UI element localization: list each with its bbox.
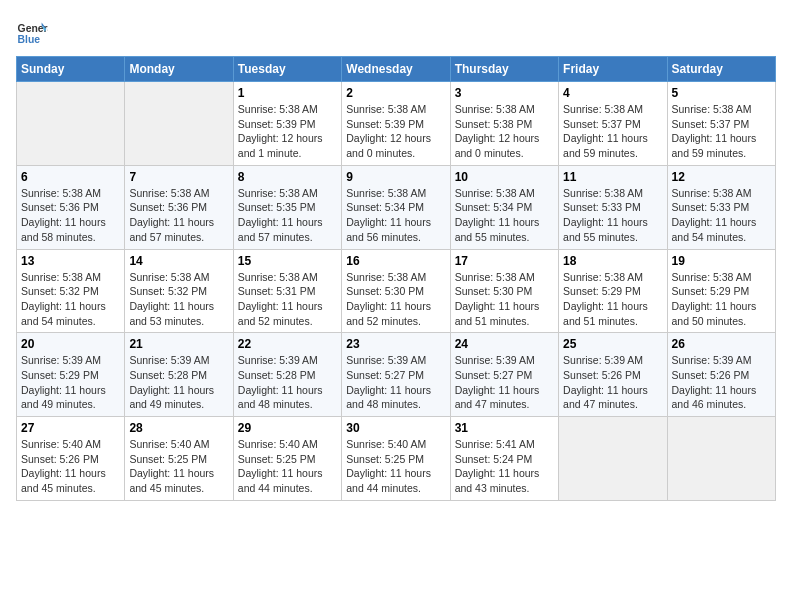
calendar-cell: 28Sunrise: 5:40 AMSunset: 5:25 PMDayligh… — [125, 417, 233, 501]
calendar-table: SundayMondayTuesdayWednesdayThursdayFrid… — [16, 56, 776, 501]
day-detail: Sunrise: 5:38 AMSunset: 5:30 PMDaylight:… — [346, 270, 445, 329]
weekday-header-row: SundayMondayTuesdayWednesdayThursdayFrid… — [17, 57, 776, 82]
weekday-header-saturday: Saturday — [667, 57, 775, 82]
day-number: 8 — [238, 170, 337, 184]
day-detail: Sunrise: 5:38 AMSunset: 5:37 PMDaylight:… — [672, 102, 771, 161]
day-number: 3 — [455, 86, 554, 100]
calendar-cell: 7Sunrise: 5:38 AMSunset: 5:36 PMDaylight… — [125, 165, 233, 249]
day-number: 9 — [346, 170, 445, 184]
calendar-cell: 21Sunrise: 5:39 AMSunset: 5:28 PMDayligh… — [125, 333, 233, 417]
day-number: 14 — [129, 254, 228, 268]
day-number: 5 — [672, 86, 771, 100]
calendar-cell: 2Sunrise: 5:38 AMSunset: 5:39 PMDaylight… — [342, 82, 450, 166]
day-number: 7 — [129, 170, 228, 184]
calendar-cell: 5Sunrise: 5:38 AMSunset: 5:37 PMDaylight… — [667, 82, 775, 166]
day-number: 17 — [455, 254, 554, 268]
day-number: 6 — [21, 170, 120, 184]
day-detail: Sunrise: 5:38 AMSunset: 5:34 PMDaylight:… — [455, 186, 554, 245]
day-detail: Sunrise: 5:39 AMSunset: 5:27 PMDaylight:… — [346, 353, 445, 412]
weekday-header-monday: Monday — [125, 57, 233, 82]
calendar-cell: 14Sunrise: 5:38 AMSunset: 5:32 PMDayligh… — [125, 249, 233, 333]
calendar-cell: 23Sunrise: 5:39 AMSunset: 5:27 PMDayligh… — [342, 333, 450, 417]
day-number: 2 — [346, 86, 445, 100]
calendar-cell: 30Sunrise: 5:40 AMSunset: 5:25 PMDayligh… — [342, 417, 450, 501]
day-detail: Sunrise: 5:39 AMSunset: 5:28 PMDaylight:… — [238, 353, 337, 412]
page-header: General Blue — [16, 16, 776, 48]
calendar-cell: 12Sunrise: 5:38 AMSunset: 5:33 PMDayligh… — [667, 165, 775, 249]
calendar-week-row: 6Sunrise: 5:38 AMSunset: 5:36 PMDaylight… — [17, 165, 776, 249]
calendar-cell: 11Sunrise: 5:38 AMSunset: 5:33 PMDayligh… — [559, 165, 667, 249]
calendar-cell: 29Sunrise: 5:40 AMSunset: 5:25 PMDayligh… — [233, 417, 341, 501]
day-number: 28 — [129, 421, 228, 435]
calendar-cell: 27Sunrise: 5:40 AMSunset: 5:26 PMDayligh… — [17, 417, 125, 501]
calendar-cell: 22Sunrise: 5:39 AMSunset: 5:28 PMDayligh… — [233, 333, 341, 417]
day-detail: Sunrise: 5:39 AMSunset: 5:26 PMDaylight:… — [672, 353, 771, 412]
calendar-cell: 18Sunrise: 5:38 AMSunset: 5:29 PMDayligh… — [559, 249, 667, 333]
calendar-cell: 4Sunrise: 5:38 AMSunset: 5:37 PMDaylight… — [559, 82, 667, 166]
day-detail: Sunrise: 5:39 AMSunset: 5:26 PMDaylight:… — [563, 353, 662, 412]
calendar-cell: 20Sunrise: 5:39 AMSunset: 5:29 PMDayligh… — [17, 333, 125, 417]
calendar-cell: 19Sunrise: 5:38 AMSunset: 5:29 PMDayligh… — [667, 249, 775, 333]
weekday-header-sunday: Sunday — [17, 57, 125, 82]
weekday-header-friday: Friday — [559, 57, 667, 82]
day-detail: Sunrise: 5:40 AMSunset: 5:25 PMDaylight:… — [238, 437, 337, 496]
day-number: 10 — [455, 170, 554, 184]
day-detail: Sunrise: 5:38 AMSunset: 5:35 PMDaylight:… — [238, 186, 337, 245]
day-detail: Sunrise: 5:39 AMSunset: 5:29 PMDaylight:… — [21, 353, 120, 412]
calendar-cell: 9Sunrise: 5:38 AMSunset: 5:34 PMDaylight… — [342, 165, 450, 249]
calendar-cell: 6Sunrise: 5:38 AMSunset: 5:36 PMDaylight… — [17, 165, 125, 249]
calendar-cell: 15Sunrise: 5:38 AMSunset: 5:31 PMDayligh… — [233, 249, 341, 333]
calendar-week-row: 1Sunrise: 5:38 AMSunset: 5:39 PMDaylight… — [17, 82, 776, 166]
calendar-cell: 17Sunrise: 5:38 AMSunset: 5:30 PMDayligh… — [450, 249, 558, 333]
day-number: 26 — [672, 337, 771, 351]
calendar-cell — [17, 82, 125, 166]
day-number: 19 — [672, 254, 771, 268]
day-number: 11 — [563, 170, 662, 184]
day-number: 15 — [238, 254, 337, 268]
day-detail: Sunrise: 5:38 AMSunset: 5:33 PMDaylight:… — [672, 186, 771, 245]
calendar-week-row: 27Sunrise: 5:40 AMSunset: 5:26 PMDayligh… — [17, 417, 776, 501]
day-detail: Sunrise: 5:38 AMSunset: 5:37 PMDaylight:… — [563, 102, 662, 161]
day-number: 31 — [455, 421, 554, 435]
day-number: 1 — [238, 86, 337, 100]
calendar-cell: 24Sunrise: 5:39 AMSunset: 5:27 PMDayligh… — [450, 333, 558, 417]
day-detail: Sunrise: 5:38 AMSunset: 5:36 PMDaylight:… — [21, 186, 120, 245]
calendar-cell: 25Sunrise: 5:39 AMSunset: 5:26 PMDayligh… — [559, 333, 667, 417]
day-number: 21 — [129, 337, 228, 351]
day-detail: Sunrise: 5:38 AMSunset: 5:39 PMDaylight:… — [238, 102, 337, 161]
calendar-cell — [125, 82, 233, 166]
day-number: 29 — [238, 421, 337, 435]
day-detail: Sunrise: 5:38 AMSunset: 5:34 PMDaylight:… — [346, 186, 445, 245]
day-detail: Sunrise: 5:38 AMSunset: 5:36 PMDaylight:… — [129, 186, 228, 245]
svg-text:Blue: Blue — [18, 34, 41, 45]
day-detail: Sunrise: 5:38 AMSunset: 5:32 PMDaylight:… — [21, 270, 120, 329]
day-detail: Sunrise: 5:41 AMSunset: 5:24 PMDaylight:… — [455, 437, 554, 496]
calendar-cell: 8Sunrise: 5:38 AMSunset: 5:35 PMDaylight… — [233, 165, 341, 249]
day-detail: Sunrise: 5:40 AMSunset: 5:25 PMDaylight:… — [346, 437, 445, 496]
calendar-cell: 31Sunrise: 5:41 AMSunset: 5:24 PMDayligh… — [450, 417, 558, 501]
day-detail: Sunrise: 5:40 AMSunset: 5:26 PMDaylight:… — [21, 437, 120, 496]
day-number: 20 — [21, 337, 120, 351]
day-detail: Sunrise: 5:38 AMSunset: 5:33 PMDaylight:… — [563, 186, 662, 245]
calendar-week-row: 20Sunrise: 5:39 AMSunset: 5:29 PMDayligh… — [17, 333, 776, 417]
day-detail: Sunrise: 5:38 AMSunset: 5:29 PMDaylight:… — [563, 270, 662, 329]
logo-icon: General Blue — [16, 16, 48, 48]
calendar-cell: 1Sunrise: 5:38 AMSunset: 5:39 PMDaylight… — [233, 82, 341, 166]
day-detail: Sunrise: 5:38 AMSunset: 5:29 PMDaylight:… — [672, 270, 771, 329]
day-detail: Sunrise: 5:39 AMSunset: 5:28 PMDaylight:… — [129, 353, 228, 412]
day-number: 16 — [346, 254, 445, 268]
calendar-cell: 10Sunrise: 5:38 AMSunset: 5:34 PMDayligh… — [450, 165, 558, 249]
day-detail: Sunrise: 5:38 AMSunset: 5:39 PMDaylight:… — [346, 102, 445, 161]
logo: General Blue — [16, 16, 48, 48]
day-detail: Sunrise: 5:38 AMSunset: 5:38 PMDaylight:… — [455, 102, 554, 161]
calendar-cell: 16Sunrise: 5:38 AMSunset: 5:30 PMDayligh… — [342, 249, 450, 333]
day-detail: Sunrise: 5:38 AMSunset: 5:32 PMDaylight:… — [129, 270, 228, 329]
day-number: 4 — [563, 86, 662, 100]
calendar-cell — [667, 417, 775, 501]
calendar-week-row: 13Sunrise: 5:38 AMSunset: 5:32 PMDayligh… — [17, 249, 776, 333]
day-number: 23 — [346, 337, 445, 351]
weekday-header-wednesday: Wednesday — [342, 57, 450, 82]
day-number: 13 — [21, 254, 120, 268]
day-number: 22 — [238, 337, 337, 351]
day-number: 27 — [21, 421, 120, 435]
